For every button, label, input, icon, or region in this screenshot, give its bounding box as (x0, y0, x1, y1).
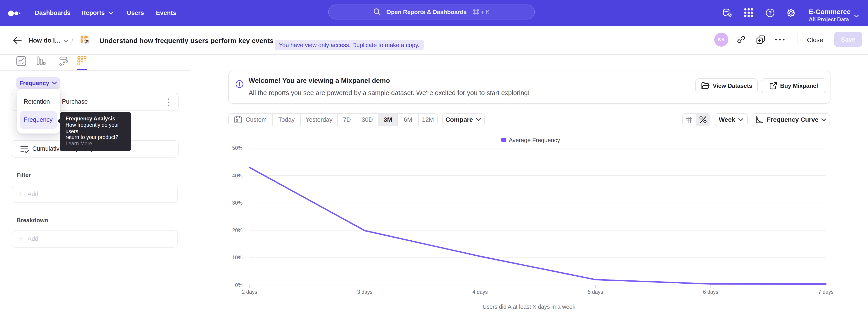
svg-text:?: ? (768, 10, 772, 16)
